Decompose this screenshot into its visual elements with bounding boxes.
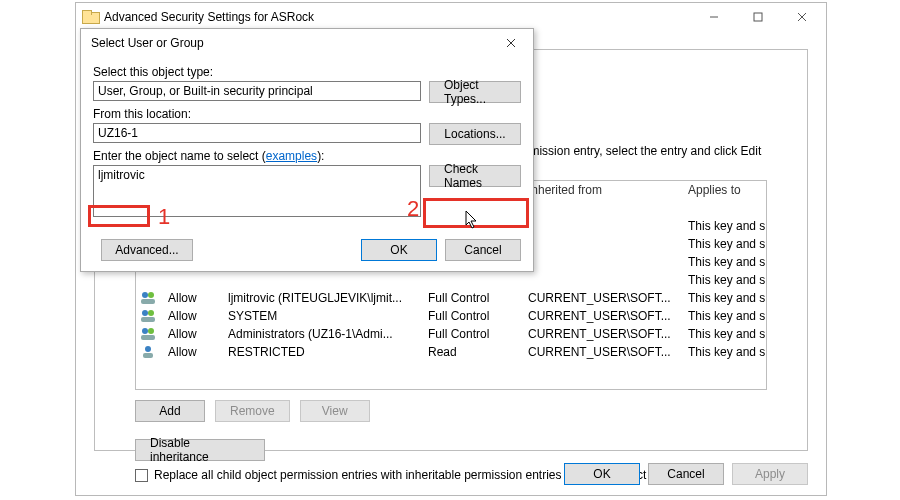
close-button[interactable] bbox=[780, 3, 824, 31]
cancel-button[interactable]: Cancel bbox=[445, 239, 521, 261]
cell-principal: SYSTEM bbox=[228, 309, 428, 323]
replace-children-checkbox[interactable] bbox=[135, 469, 148, 482]
table-row[interactable]: Allow Administrators (UZ16-1\Admi... Ful… bbox=[136, 325, 766, 343]
cell-access: Read bbox=[428, 345, 528, 359]
group-icon bbox=[140, 309, 156, 323]
cell-type: Allow bbox=[168, 291, 228, 305]
svg-point-5 bbox=[148, 292, 154, 298]
cell-type: Allow bbox=[168, 309, 228, 323]
svg-rect-14 bbox=[143, 353, 153, 358]
user-icon bbox=[140, 345, 156, 359]
remove-button: Remove bbox=[215, 400, 290, 422]
table-row[interactable]: This key and subkeys bbox=[136, 271, 766, 289]
svg-point-10 bbox=[142, 328, 148, 334]
cell-applies: This key and subkeys bbox=[688, 309, 766, 323]
maximize-button[interactable] bbox=[736, 3, 780, 31]
location-field[interactable]: UZ16-1 bbox=[93, 123, 421, 143]
cell-type: Allow bbox=[168, 327, 228, 341]
disable-inheritance-button[interactable]: Disable inheritance bbox=[135, 439, 265, 461]
cell-applies: This key and subkeys bbox=[688, 273, 766, 287]
cell-applies: This key and subkeys bbox=[688, 327, 766, 341]
disable-inheritance-row: Disable inheritance bbox=[135, 436, 265, 461]
ok-button[interactable]: OK bbox=[564, 463, 640, 485]
object-types-button[interactable]: Object Types... bbox=[429, 81, 521, 103]
svg-rect-12 bbox=[141, 335, 155, 340]
group-icon bbox=[140, 291, 156, 305]
view-button: View bbox=[300, 400, 370, 422]
ok-button[interactable]: OK bbox=[361, 239, 437, 261]
folder-icon bbox=[82, 10, 98, 24]
minimize-button[interactable] bbox=[692, 3, 736, 31]
cell-applies: This key and subkeys bbox=[688, 255, 766, 269]
svg-point-13 bbox=[145, 346, 151, 352]
cell-principal: RESTRICTED bbox=[228, 345, 428, 359]
titlebar: Advanced Security Settings for ASRock bbox=[76, 3, 826, 31]
select-user-dialog: Select User or Group Select this object … bbox=[80, 28, 534, 272]
col-inherited: Inherited from bbox=[528, 183, 688, 197]
cell-applies: This key and subkeys bbox=[688, 237, 766, 251]
check-names-button[interactable]: Check Names bbox=[429, 165, 521, 187]
cell-inherited: CURRENT_USER\SOFT... bbox=[528, 291, 688, 305]
cancel-button[interactable]: Cancel bbox=[648, 463, 724, 485]
cell-principal: ljmitrovic (RITEUGLJEVIK\ljmit... bbox=[228, 291, 428, 305]
svg-point-8 bbox=[148, 310, 154, 316]
cell-access: Full Control bbox=[428, 291, 528, 305]
cell-inherited: CURRENT_USER\SOFT... bbox=[528, 309, 688, 323]
apply-button: Apply bbox=[732, 463, 808, 485]
cell-inherited: CURRENT_USER\SOFT... bbox=[528, 345, 688, 359]
cell-applies: This key and subkeys bbox=[688, 219, 766, 233]
location-label: From this location: bbox=[93, 107, 521, 121]
permission-buttons: Add Remove View bbox=[135, 400, 370, 422]
examples-link[interactable]: examples bbox=[266, 149, 317, 163]
svg-rect-1 bbox=[754, 13, 762, 21]
window-buttons bbox=[692, 3, 824, 31]
locations-button[interactable]: Locations... bbox=[429, 123, 521, 145]
object-name-input[interactable]: ljmitrovic bbox=[93, 165, 421, 217]
dialog-titlebar: Select User or Group bbox=[81, 29, 533, 57]
advanced-button[interactable]: Advanced... bbox=[101, 239, 193, 261]
group-icon bbox=[140, 327, 156, 341]
cell-access: Full Control bbox=[428, 327, 528, 341]
object-type-field[interactable]: User, Group, or Built-in security princi… bbox=[93, 81, 421, 101]
dialog-close-button[interactable] bbox=[491, 29, 531, 57]
table-row[interactable]: Allow ljmitrovic (RITEUGLJEVIK\ljmit... … bbox=[136, 289, 766, 307]
cell-applies: This key and subkeys bbox=[688, 291, 766, 305]
cell-applies: This key and subkeys bbox=[688, 345, 766, 359]
svg-rect-9 bbox=[141, 317, 155, 322]
svg-point-11 bbox=[148, 328, 154, 334]
cell-type: Allow bbox=[168, 345, 228, 359]
svg-point-7 bbox=[142, 310, 148, 316]
table-row[interactable]: Allow RESTRICTED Read CURRENT_USER\SOFT.… bbox=[136, 343, 766, 361]
table-row[interactable]: Allow SYSTEM Full Control CURRENT_USER\S… bbox=[136, 307, 766, 325]
object-type-label: Select this object type: bbox=[93, 65, 521, 79]
dialog-footer: Advanced... OK Cancel bbox=[93, 239, 521, 261]
object-name-label: Enter the object name to select (example… bbox=[93, 149, 521, 163]
svg-rect-6 bbox=[141, 299, 155, 304]
dialog-footer: OK Cancel Apply bbox=[564, 463, 808, 485]
add-button[interactable]: Add bbox=[135, 400, 205, 422]
dialog-title: Select User or Group bbox=[87, 36, 491, 50]
cell-inherited: CURRENT_USER\SOFT... bbox=[528, 327, 688, 341]
col-applies: Applies to bbox=[688, 183, 762, 197]
cell-principal: Administrators (UZ16-1\Admi... bbox=[228, 327, 428, 341]
window-title: Advanced Security Settings for ASRock bbox=[104, 10, 692, 24]
svg-point-4 bbox=[142, 292, 148, 298]
cell-access: Full Control bbox=[428, 309, 528, 323]
